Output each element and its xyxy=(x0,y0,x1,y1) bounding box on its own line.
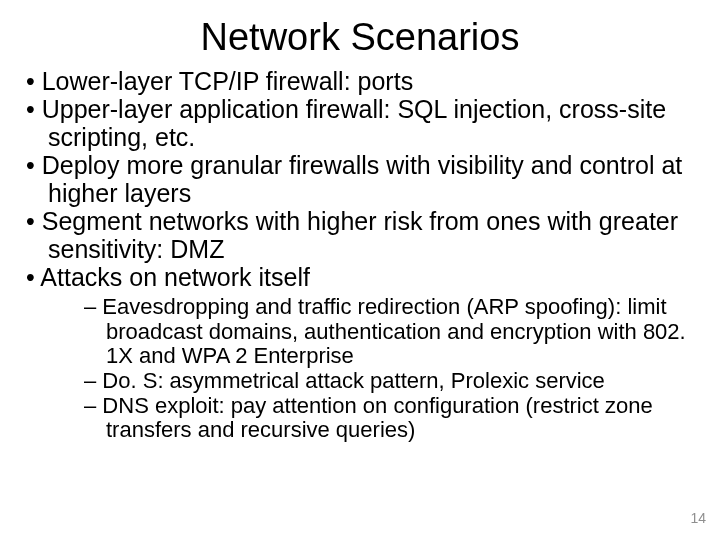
bullet-item: Upper-layer application firewall: SQL in… xyxy=(26,95,690,151)
sub-bullet-list: Eavesdropping and traffic redirection (A… xyxy=(48,295,690,443)
bullet-item: Lower-layer TCP/IP firewall: ports xyxy=(26,67,690,95)
sub-bullet-item: Eavesdropping and traffic redirection (A… xyxy=(84,295,690,369)
slide-content: Lower-layer TCP/IP firewall: ports Upper… xyxy=(0,67,720,443)
sub-bullet-item: Do. S: asymmetrical attack pattern, Prol… xyxy=(84,369,690,394)
slide: Network Scenarios Lower-layer TCP/IP fir… xyxy=(0,0,720,540)
bullet-item-label: Attacks on network itself xyxy=(40,263,310,291)
sub-bullet-item: DNS exploit: pay attention on configurat… xyxy=(84,394,690,443)
bullet-item: Attacks on network itself Eavesdropping … xyxy=(26,263,690,443)
page-number: 14 xyxy=(690,510,706,526)
bullet-item: Segment networks with higher risk from o… xyxy=(26,207,690,263)
bullet-item: Deploy more granular firewalls with visi… xyxy=(26,151,690,207)
slide-title: Network Scenarios xyxy=(0,0,720,67)
bullet-list: Lower-layer TCP/IP firewall: ports Upper… xyxy=(26,67,690,443)
